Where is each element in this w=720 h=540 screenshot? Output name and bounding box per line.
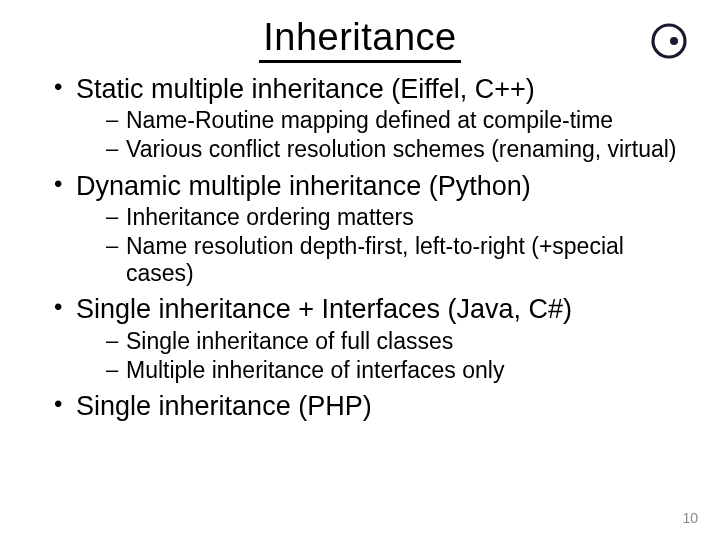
page-number: 10 (682, 510, 698, 526)
sub-bullet: Name-Routine mapping defined at compile-… (106, 107, 694, 134)
bullet-text: Dynamic multiple inheritance (Python) (76, 171, 531, 201)
bullet-text: Single inheritance (PHP) (76, 391, 372, 421)
bullet-text: Static multiple inheritance (Eiffel, C++… (76, 74, 535, 104)
sub-bullet: Multiple inheritance of interfaces only (106, 357, 694, 384)
content: Static multiple inheritance (Eiffel, C++… (26, 73, 694, 422)
sub-bullet: Single inheritance of full classes (106, 328, 694, 355)
bullet-0: Static multiple inheritance (Eiffel, C++… (54, 73, 694, 164)
slide: Inheritance Static multiple inheritance … (0, 0, 720, 540)
slide-title: Inheritance (259, 18, 461, 63)
sub-bullet: Name resolution depth-first, left-to-rig… (106, 233, 694, 287)
bullet-2: Single inheritance + Interfaces (Java, C… (54, 293, 694, 384)
sub-bullet: Various conflict resolution schemes (ren… (106, 136, 694, 163)
sub-bullet: Inheritance ordering matters (106, 204, 694, 231)
title-block: Inheritance (26, 18, 694, 63)
bullet-text: Single inheritance + Interfaces (Java, C… (76, 294, 572, 324)
bullet-1: Dynamic multiple inheritance (Python) In… (54, 170, 694, 288)
bullet-3: Single inheritance (PHP) (54, 390, 694, 422)
